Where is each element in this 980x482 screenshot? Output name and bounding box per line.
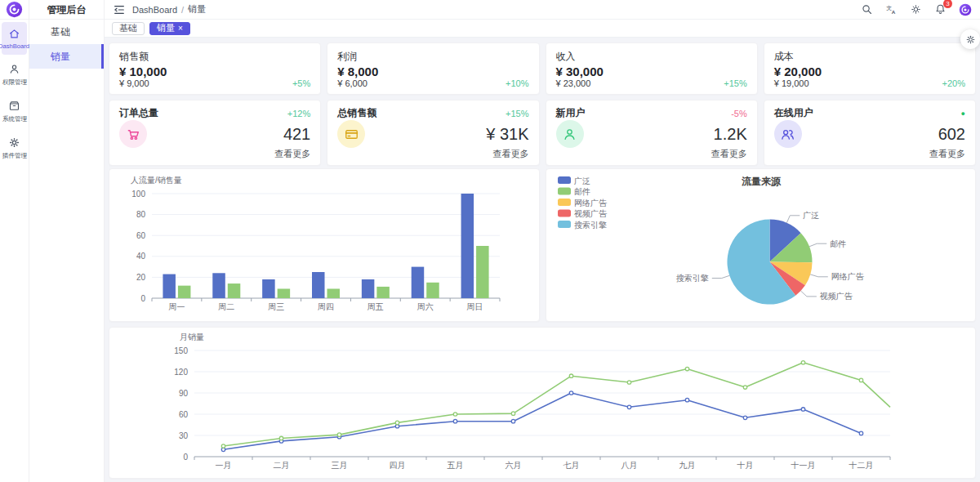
header-actions: 文A 3 xyxy=(861,3,972,16)
svg-text:150: 150 xyxy=(174,346,188,355)
breadcrumb: DashBoard / 销量 xyxy=(132,3,206,16)
overview-card-row: 订单总量+12% 421 查看更多 总销售额+15% xyxy=(109,100,976,163)
app-logo[interactable] xyxy=(0,0,29,20)
tab-basic[interactable]: 基础 xyxy=(112,22,145,35)
rail-item-label: 权限管理 xyxy=(2,78,26,86)
svg-text:20: 20 xyxy=(136,273,146,282)
sidebar-fold-icon[interactable] xyxy=(113,3,126,16)
rail-item-label: 系统管理 xyxy=(2,114,26,123)
svg-text:周二: 周二 xyxy=(218,302,234,311)
svg-text:视频广告: 视频广告 xyxy=(819,292,853,301)
stat-prev-value: ¥ 19,000 xyxy=(774,78,809,88)
svg-text:周一: 周一 xyxy=(168,302,185,311)
svg-text:十二月: 十二月 xyxy=(849,461,874,470)
rail-item-plugin[interactable]: 插件管理 xyxy=(2,131,27,165)
people-icon xyxy=(774,120,802,148)
credit-card-icon xyxy=(337,120,365,148)
svg-text:五月: 五月 xyxy=(448,461,464,470)
svg-text:一月: 一月 xyxy=(216,461,232,470)
stat-title: 销售额 xyxy=(119,50,310,64)
tab-label: 销量 xyxy=(157,22,175,34)
svg-text:60: 60 xyxy=(179,410,189,419)
svg-text:0: 0 xyxy=(183,453,188,462)
translate-icon[interactable]: 文A xyxy=(885,3,898,16)
home-icon xyxy=(8,28,20,40)
svg-text:七月: 七月 xyxy=(564,461,580,470)
stat-value: ¥ 8,000 xyxy=(337,65,528,78)
tab-label: 基础 xyxy=(119,22,137,34)
stat-delta: +20% xyxy=(942,78,965,88)
trend-badge: +15% xyxy=(506,109,528,118)
rail-item-label: DashBoard xyxy=(0,42,30,50)
main-area: DashBoard / 销量 文A 3 xyxy=(105,0,980,482)
svg-text:周四: 周四 xyxy=(318,302,334,311)
svg-text:30: 30 xyxy=(179,431,189,440)
svg-text:八月: 八月 xyxy=(621,461,638,470)
svg-text:十一月: 十一月 xyxy=(791,461,816,470)
svg-text:搜索引擎: 搜索引擎 xyxy=(574,221,607,230)
overview-value: 421 xyxy=(283,125,310,144)
rail-item-permission[interactable]: 权限管理 xyxy=(2,57,27,91)
overview-value: ¥ 31K xyxy=(486,125,528,144)
overview-card-online-users: 在线用户● 602 查看更多 xyxy=(764,100,976,166)
svg-text:视频广告: 视频广告 xyxy=(574,209,608,218)
theme-sun-icon[interactable] xyxy=(910,3,922,16)
sidebar-item-sales[interactable]: 销量 xyxy=(29,44,104,69)
svg-text:60: 60 xyxy=(136,231,146,240)
overview-title: 新用户 xyxy=(556,106,586,120)
stat-title: 收入 xyxy=(556,50,747,64)
stat-card-cost: 成本 ¥ 20,000 ¥ 19,000+20% xyxy=(764,42,976,95)
svg-text:网络广告: 网络广告 xyxy=(574,199,608,208)
sidebar: 管理后台 基础 销量 xyxy=(29,0,105,482)
trend-badge: -5% xyxy=(731,109,747,118)
breadcrumb-dashboard[interactable]: DashBoard xyxy=(132,5,177,15)
svg-text:80: 80 xyxy=(136,210,146,219)
view-more-link[interactable]: 查看更多 xyxy=(556,148,747,160)
view-more-link[interactable]: 查看更多 xyxy=(337,148,528,160)
logo-icon xyxy=(6,1,23,18)
stat-card-income: 收入 ¥ 30,000 ¥ 23,000+15% xyxy=(546,42,758,95)
svg-text:周六: 周六 xyxy=(417,302,434,311)
settings-drawer-button[interactable] xyxy=(960,29,980,49)
notification-badge: 3 xyxy=(943,0,952,8)
overview-title: 总销售额 xyxy=(337,106,376,120)
bell-icon[interactable]: 3 xyxy=(934,3,947,16)
header: DashBoard / 销量 文A 3 xyxy=(105,0,980,20)
stat-prev-value: ¥ 23,000 xyxy=(556,78,591,88)
rail-item-system[interactable]: 系统管理 xyxy=(2,94,27,128)
close-icon[interactable]: × xyxy=(178,25,183,33)
svg-text:广泛: 广泛 xyxy=(574,176,590,185)
dashboard-content: 销售额 ¥ 10,000 ¥ 9,000+5% 利润 ¥ 8,000 ¥ 6,0… xyxy=(105,38,980,482)
stat-title: 利润 xyxy=(337,50,528,64)
admin-app: DashBoard 权限管理 系统管理 插件管理 管理后台 基础 销量 xyxy=(0,0,980,482)
svg-text:A: A xyxy=(892,9,896,15)
stat-card-profit: 利润 ¥ 8,000 ¥ 6,000+10% xyxy=(327,42,539,95)
rail-item-label: 插件管理 xyxy=(2,151,26,159)
overview-value: 1.2K xyxy=(714,125,747,144)
search-icon[interactable] xyxy=(861,3,873,16)
gear-icon xyxy=(8,136,20,149)
svg-text:人流量/销售量: 人流量/销售量 xyxy=(131,176,182,185)
breadcrumb-sales[interactable]: 销量 xyxy=(188,3,206,16)
icon-rail: DashBoard 权限管理 系统管理 插件管理 xyxy=(0,0,29,482)
online-dot: ● xyxy=(961,109,965,118)
avatar[interactable] xyxy=(959,3,972,16)
rail-item-dashboard[interactable]: DashBoard xyxy=(2,22,27,55)
breadcrumb-separator: / xyxy=(181,5,184,15)
stat-value: ¥ 20,000 xyxy=(774,65,965,78)
view-more-link[interactable]: 查看更多 xyxy=(119,148,310,160)
svg-text:六月: 六月 xyxy=(506,461,522,470)
box-icon xyxy=(8,100,20,112)
view-more-link[interactable]: 查看更多 xyxy=(774,148,965,160)
svg-text:40: 40 xyxy=(136,252,146,261)
svg-text:0: 0 xyxy=(140,294,145,303)
svg-text:120: 120 xyxy=(174,368,188,377)
svg-text:搜索引擎: 搜索引擎 xyxy=(675,274,708,283)
stat-value: ¥ 10,000 xyxy=(119,65,310,78)
overview-card-orders: 订单总量+12% 421 查看更多 xyxy=(109,100,321,166)
tab-sales[interactable]: 销量× xyxy=(149,22,190,35)
user-icon xyxy=(8,63,20,75)
overview-title: 在线用户 xyxy=(774,106,813,120)
sidebar-item-basic[interactable]: 基础 xyxy=(29,20,104,44)
stat-prev-value: ¥ 9,000 xyxy=(119,78,149,88)
